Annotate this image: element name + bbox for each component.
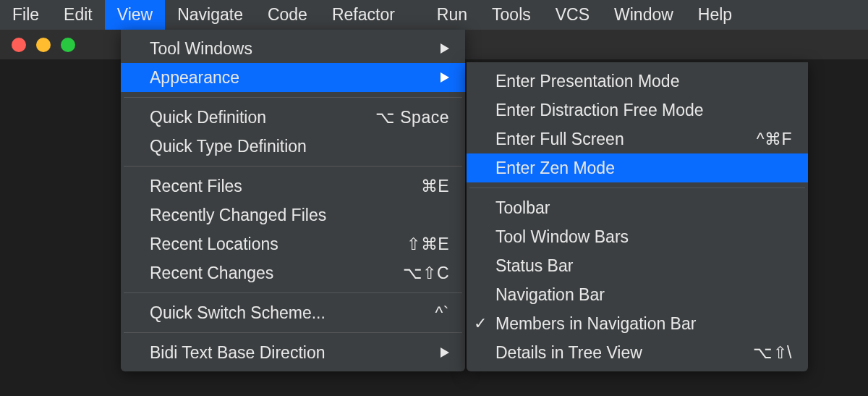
menu-separator bbox=[124, 166, 462, 167]
menu-item-label: Quick Switch Scheme... bbox=[150, 303, 421, 323]
menubar: File Edit View Navigate Code Refactor Ru… bbox=[0, 0, 868, 30]
menu-item-label: Bidi Text Base Direction bbox=[150, 343, 426, 363]
menu-item-label: Quick Type Definition bbox=[150, 137, 449, 156]
menu-view[interactable]: View bbox=[105, 0, 165, 30]
menu-item-shortcut: ^` bbox=[435, 303, 449, 323]
minimize-window-button[interactable] bbox=[36, 38, 51, 52]
menu-item-recent-files[interactable]: Recent Files ⌘E bbox=[121, 172, 465, 201]
menu-item-label: Navigation Bar bbox=[495, 285, 792, 305]
menu-item-quick-switch-scheme[interactable]: Quick Switch Scheme... ^` bbox=[121, 298, 465, 327]
menu-item-enter-presentation-mode[interactable]: Enter Presentation Mode bbox=[467, 67, 808, 96]
menu-item-toolbar[interactable]: Toolbar bbox=[467, 193, 808, 222]
menu-item-label: Enter Zen Mode bbox=[495, 159, 792, 178]
menu-separator bbox=[124, 97, 462, 98]
menu-help[interactable]: Help bbox=[686, 0, 744, 30]
menu-item-label: Recently Changed Files bbox=[150, 206, 449, 225]
menu-item-label: Appearance bbox=[150, 68, 426, 88]
menu-item-shortcut: ⇧⌘E bbox=[407, 235, 449, 254]
menu-item-appearance[interactable]: Appearance bbox=[121, 63, 465, 92]
menu-separator bbox=[124, 292, 462, 293]
svg-marker-0 bbox=[441, 43, 449, 54]
menu-item-details-in-tree-view[interactable]: Details in Tree View ⌥⇧\ bbox=[467, 338, 808, 367]
menu-item-shortcut: ⌥⇧C bbox=[403, 264, 449, 283]
menu-item-navigation-bar[interactable]: Navigation Bar bbox=[467, 280, 808, 309]
menu-vcs[interactable]: VCS bbox=[543, 0, 602, 30]
maximize-window-button[interactable] bbox=[61, 38, 75, 52]
svg-marker-1 bbox=[441, 72, 449, 83]
menu-item-label: Tool Window Bars bbox=[495, 227, 792, 247]
svg-marker-2 bbox=[441, 347, 449, 358]
close-window-button[interactable] bbox=[12, 38, 26, 52]
menu-item-label: Quick Definition bbox=[150, 108, 361, 127]
menu-item-recent-locations[interactable]: Recent Locations ⇧⌘E bbox=[121, 229, 465, 258]
menu-item-enter-full-screen[interactable]: Enter Full Screen ^⌘F bbox=[467, 125, 808, 153]
menu-item-quick-type-definition[interactable]: Quick Type Definition bbox=[121, 132, 465, 161]
menu-item-label: Recent Locations bbox=[150, 235, 392, 254]
menu-item-tool-windows[interactable]: Tool Windows bbox=[121, 34, 465, 63]
menu-item-shortcut: ⌥⇧\ bbox=[753, 343, 792, 363]
menu-item-members-in-navigation-bar[interactable]: ✓ Members in Navigation Bar bbox=[467, 309, 808, 338]
menu-item-status-bar[interactable]: Status Bar bbox=[467, 251, 808, 280]
menu-item-label: Details in Tree View bbox=[495, 343, 739, 363]
menu-item-shortcut: ⌥ Space bbox=[375, 108, 449, 127]
menu-item-quick-definition[interactable]: Quick Definition ⌥ Space bbox=[121, 103, 465, 132]
menu-separator bbox=[124, 332, 462, 333]
menu-item-bidi-text-direction[interactable]: Bidi Text Base Direction bbox=[121, 338, 465, 367]
menu-item-label: Recent Changes bbox=[150, 264, 388, 283]
menu-item-enter-distraction-free-mode[interactable]: Enter Distraction Free Mode bbox=[467, 96, 808, 125]
menu-item-label: Enter Presentation Mode bbox=[495, 72, 792, 91]
view-menu-dropdown: Tool Windows Appearance Quick Definition… bbox=[121, 30, 465, 371]
menu-item-shortcut: ^⌘F bbox=[757, 130, 792, 149]
menu-item-recently-changed-files[interactable]: Recently Changed Files bbox=[121, 201, 465, 229]
menu-refactor[interactable]: Refactor bbox=[320, 0, 407, 30]
menu-separator bbox=[469, 188, 805, 188]
menu-item-label: Toolbar bbox=[495, 198, 792, 218]
menu-item-tool-window-bars[interactable]: Tool Window Bars bbox=[467, 222, 808, 251]
menu-file[interactable]: File bbox=[0, 0, 51, 30]
menu-item-shortcut: ⌘E bbox=[421, 177, 449, 196]
menu-window[interactable]: Window bbox=[602, 0, 686, 30]
menu-item-label: Members in Navigation Bar bbox=[495, 314, 792, 334]
menu-item-label: Enter Full Screen bbox=[495, 130, 742, 149]
menu-item-label: Tool Windows bbox=[150, 39, 426, 59]
chevron-right-icon bbox=[441, 347, 449, 358]
check-icon: ✓ bbox=[474, 314, 487, 333]
menu-item-enter-zen-mode[interactable]: Enter Zen Mode bbox=[467, 153, 808, 182]
menu-run[interactable]: Run bbox=[425, 0, 480, 30]
menu-navigate[interactable]: Navigate bbox=[165, 0, 255, 30]
chevron-right-icon bbox=[441, 43, 449, 54]
menu-edit[interactable]: Edit bbox=[51, 0, 105, 30]
appearance-submenu: Enter Presentation Mode Enter Distractio… bbox=[467, 62, 808, 371]
chevron-right-icon bbox=[441, 72, 449, 83]
menu-item-label: Recent Files bbox=[150, 177, 407, 196]
menu-code[interactable]: Code bbox=[255, 0, 320, 30]
menu-tools[interactable]: Tools bbox=[480, 0, 543, 30]
menu-item-recent-changes[interactable]: Recent Changes ⌥⇧C bbox=[121, 258, 465, 287]
menu-item-label: Status Bar bbox=[495, 256, 792, 276]
menu-item-label: Enter Distraction Free Mode bbox=[495, 101, 792, 120]
